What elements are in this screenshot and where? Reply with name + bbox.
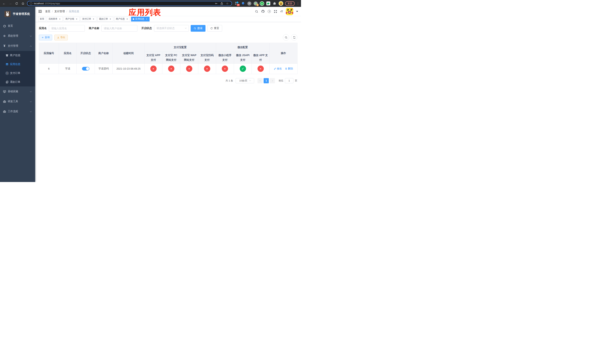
chevron-down-icon [185,27,187,29]
search-button[interactable]: 搜索 [191,25,205,32]
update-button[interactable]: 更新 [285,1,295,6]
breadcrumb-payment[interactable]: 支付管理 [54,10,65,13]
top-navbar: 首页 / 支付管理 / 应用信息 ? [35,7,301,16]
page-size-select[interactable]: 10条/页 [236,78,254,83]
goto-page-input[interactable] [285,78,293,83]
chevron-left-icon [259,80,261,81]
close-icon[interactable]: × [145,18,148,20]
status-x-icon: × [222,65,228,72]
col-wechat-mini: 微信小程序支付 [216,52,234,64]
sidebar-logo[interactable]: 芋道管理系统 [0,7,35,21]
sidebar-item-workflow[interactable]: 工作流程 [0,107,35,117]
sidebar-item-home[interactable]: 首页 [0,21,35,31]
ext-screen-icon[interactable]: 1 [253,1,258,6]
sidebar-item-app-info[interactable]: 应用信息 [0,60,35,69]
extensions-puzzle-icon[interactable] [272,1,277,6]
tab-pay-order[interactable]: 支付订单× [81,17,97,21]
col-wechat-app: 微信 APP 支付 [252,52,269,64]
tab-refund-order[interactable]: 退款订单× [97,17,113,21]
toggle-search-button[interactable] [283,34,289,41]
tab-process-form[interactable]: 流程表单× [47,17,63,21]
url-bar[interactable]: i localhost :1024/pay/app ☆ [27,1,232,6]
ext-blocks-icon[interactable]: 10 [235,1,239,6]
back-icon[interactable]: ← [2,1,6,6]
page-size-value: 10条/页 [239,79,247,82]
share-icon[interactable] [220,2,224,5]
fullscreen-icon[interactable] [274,10,277,13]
ext-command-icon[interactable]: ⌘ [247,1,252,6]
avatar-caret-icon[interactable] [296,11,298,12]
dashboard-icon [3,24,6,28]
search-icon [194,27,196,30]
reload-icon[interactable] [14,1,19,6]
sidebar-item-label: 支付订单 [10,72,20,75]
home-icon[interactable] [21,1,25,6]
close-icon[interactable]: × [58,18,61,20]
tab-user-group[interactable]: 用户分组× [64,17,80,21]
star-icon[interactable]: ☆ [225,2,229,5]
trash-icon [285,67,287,70]
status-toggle[interactable] [82,67,89,71]
user-avatar[interactable] [286,8,293,15]
prev-page-button[interactable] [258,78,263,83]
add-button[interactable]: 新增 [39,35,52,40]
reset-button[interactable]: 重置 [207,25,222,32]
sidebar-item-payment[interactable]: ¥ 支付管理 [0,41,35,51]
github-icon[interactable] [261,10,265,13]
help-icon[interactable]: ? [268,10,271,13]
edit-button[interactable]: 修改 [274,67,282,70]
col-alipay-app: 支付宝 APP 支付 [145,52,162,64]
merchant-name-input[interactable] [101,25,137,32]
documents-icon [5,81,9,84]
filter-form: 应用名 商户名称 开启状态 请选择开启状态 搜索 [39,25,297,32]
close-icon[interactable]: × [109,18,112,20]
close-icon[interactable]: × [75,18,78,20]
sidebar-item-label: 支付管理 [8,44,18,48]
browser-menu-icon[interactable]: ⋮ [297,2,299,5]
ext-chat-icon[interactable] [266,1,270,6]
font-size-icon[interactable]: тT [280,10,283,13]
tab-merchant-info[interactable]: 商户信息× [114,17,130,21]
sidebar-item-label: 工作流程 [8,110,18,113]
refresh-button[interactable] [291,34,297,41]
delete-button[interactable]: 删除 [285,67,293,70]
col-alipay-pc: 支付宝 PC 网站支付 [162,52,180,64]
status-x-icon: × [150,65,157,72]
profile-avatar[interactable] [279,1,283,6]
sidebar-item-label: 研发工具 [8,100,18,103]
forward-icon[interactable]: → [8,1,13,6]
sidebar-collapse-icon[interactable] [38,10,42,13]
ext-yudao-icon[interactable]: y [260,1,264,6]
search-icon[interactable] [255,10,258,13]
cell-actions: 修改 删除 [269,64,298,74]
col-created: 创建时间 [113,43,145,64]
sidebar-item-label: 退款订单 [10,80,20,84]
tab-home[interactable]: 首页 [38,17,46,21]
app-name-input[interactable] [49,25,85,32]
status-x-icon: × [204,65,210,72]
key-icon[interactable] [214,2,218,5]
current-page[interactable]: 1 [264,78,269,83]
payment-submenu: 商户信息 应用信息 ¥ 支付订单 [0,51,35,86]
tab-app-info[interactable]: 应用信息× [131,17,150,21]
sidebar-item-pay-order[interactable]: ¥ 支付订单 [0,69,35,78]
info-icon[interactable]: i [30,2,32,5]
sidebar-item-merchant-info[interactable]: 商户信息 [0,51,35,60]
refresh-icon [293,36,296,39]
sidebar-item-label: 首页 [8,24,13,28]
export-button[interactable]: 导出 [54,35,68,40]
status-select[interactable]: 请选择开启状态 [154,25,189,32]
sidebar-item-label: 应用信息 [10,63,20,66]
sidebar-item-refund-order[interactable]: 退款订单 [0,78,35,86]
close-icon[interactable]: × [92,18,95,20]
sidebar-item-system[interactable]: ⚙ 系统管理 [0,31,35,41]
status-x-icon: × [258,65,264,72]
close-icon[interactable]: × [126,18,129,20]
breadcrumb-home[interactable]: 首页 [45,10,50,13]
ext-gem-icon[interactable] [241,1,245,6]
sidebar-item-infrastructure[interactable]: 基础设施 [0,86,35,96]
app-table: 应用编号 应用名 开启状态 商户名称 创建时间 支付宝配置 微信配置 操作 支付… [39,43,298,74]
next-page-button[interactable] [270,78,275,83]
sidebar-item-dev-tools[interactable]: 研发工具 [0,96,35,107]
page-content: 应用名 商户名称 开启状态 请选择开启状态 搜索 [35,22,301,83]
